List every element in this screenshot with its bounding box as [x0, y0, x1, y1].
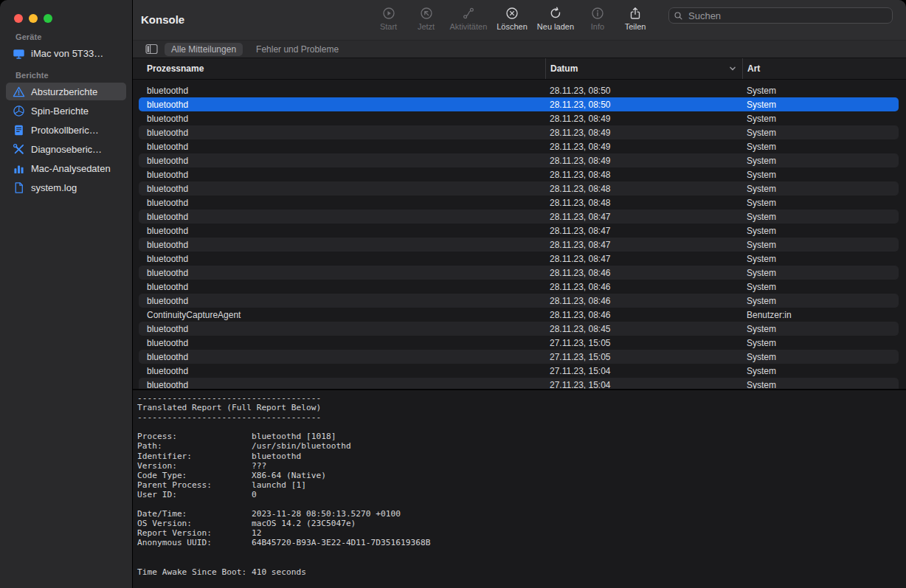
table-row[interactable]: bluetoothd 28.11.23, 08:49 System	[139, 153, 899, 167]
table-row[interactable]: bluetoothd 27.11.23, 15:05 System	[139, 350, 899, 364]
sidebar-item-absturzberichte[interactable]: Absturzberichte	[6, 83, 126, 100]
cell-date: 28.11.23, 08:46	[550, 282, 747, 292]
sidebar-item-mac-analysedaten[interactable]: Mac-Analysedaten	[6, 159, 126, 177]
toolbar-button-start[interactable]: Start	[375, 7, 403, 31]
table-row[interactable]: bluetoothd 28.11.23, 08:47 System	[139, 252, 899, 266]
cell-process: bluetoothd	[147, 324, 550, 334]
close-button[interactable]	[14, 14, 23, 23]
sidebar-item-imac-von-5t33[interactable]: iMac von 5T33…	[6, 44, 126, 62]
cell-date: 28.11.23, 08:48	[550, 198, 747, 208]
table-row[interactable]: bluetoothd 28.11.23, 08:46 System	[139, 294, 899, 308]
cell-kind: System	[747, 100, 899, 110]
table-row[interactable]: bluetoothd 28.11.23, 08:50 System	[139, 83, 899, 97]
bar-chart-icon	[13, 162, 25, 175]
cell-date: 28.11.23, 08:47	[550, 212, 747, 222]
warning-triangle-icon	[13, 86, 25, 98]
sidebar-section-berichte: Berichte Absturzberichte Spin-Berichte P…	[4, 71, 128, 196]
cell-process: bluetoothd	[147, 268, 550, 278]
cell-kind: System	[747, 114, 899, 124]
cell-kind: System	[747, 226, 899, 236]
table-row[interactable]: bluetoothd 28.11.23, 08:47 System	[139, 224, 899, 238]
cell-date: 28.11.23, 08:49	[550, 114, 747, 124]
chevron-down-icon	[728, 64, 737, 73]
sidebar-item-diagnoseberic[interactable]: Diagnoseberic…	[6, 140, 126, 158]
cell-process: bluetoothd	[147, 254, 550, 264]
cell-date: 28.11.23, 08:48	[550, 184, 747, 194]
tools-icon	[13, 143, 25, 156]
detail-pane: ------------------------------------- Tr…	[133, 389, 906, 588]
cell-kind: System	[747, 156, 899, 166]
cell-process: bluetoothd	[147, 170, 550, 180]
cell-date: 28.11.23, 08:47	[550, 254, 747, 264]
table-row[interactable]: bluetoothd 27.11.23, 15:04 System	[139, 378, 899, 389]
table-row[interactable]: bluetoothd 28.11.23, 08:48 System	[139, 196, 899, 210]
table-row[interactable]: bluetoothd 28.11.23, 08:48 System	[139, 181, 899, 196]
cell-process: bluetoothd	[147, 128, 550, 138]
cell-process: bluetoothd	[147, 198, 550, 208]
toolbar-button-teilen[interactable]: Teilen	[621, 7, 649, 31]
sidebar-item-label: system.log	[31, 182, 77, 193]
table-row[interactable]: bluetoothd 27.11.23, 15:04 System	[139, 364, 899, 378]
cell-kind: System	[747, 240, 899, 250]
toolbar-button-info[interactable]: Info	[584, 7, 612, 31]
cell-date: 28.11.23, 08:49	[550, 128, 747, 138]
cell-process: bluetoothd	[147, 296, 550, 306]
toolbar-button-aktivit-ten[interactable]: Aktivitäten	[450, 7, 488, 31]
table-row[interactable]: bluetoothd 28.11.23, 08:49 System	[139, 125, 899, 139]
traffic-lights	[14, 14, 52, 23]
cell-process: bluetoothd	[147, 114, 550, 124]
cell-kind: System	[747, 282, 899, 292]
table-row[interactable]: ContinuityCaptureAgent 28.11.23, 08:46 B…	[139, 308, 899, 322]
crash-report-text: ------------------------------------- Tr…	[133, 390, 906, 588]
sidebar-item-label: Diagnoseberic…	[31, 144, 102, 155]
cell-kind: System	[747, 338, 899, 348]
table-header: Prozessname Datum Art	[133, 58, 906, 80]
cell-date: 27.11.23, 15:05	[550, 352, 747, 362]
toolbar-button-l-schen[interactable]: Löschen	[497, 7, 528, 31]
column-header-art[interactable]: Art	[742, 58, 906, 79]
sidebar-section-ger-te: Geräte iMac von 5T33…	[4, 32, 128, 62]
filter-bar: Alle Mitteilungen Fehler und Probleme	[133, 40, 906, 58]
zoom-button[interactable]	[44, 14, 52, 23]
table-row[interactable]: bluetoothd 27.11.23, 15:05 System	[139, 336, 899, 350]
table-row[interactable]: bluetoothd 28.11.23, 08:49 System	[139, 139, 899, 153]
table-row[interactable]: bluetoothd 28.11.23, 08:46 System	[139, 280, 899, 294]
sidebar-toggle-icon[interactable]	[145, 44, 158, 55]
cell-kind: System	[747, 212, 899, 222]
toolbar-button-label: Neu laden	[537, 22, 574, 31]
toolbar-button-neu-laden[interactable]: Neu laden	[537, 7, 574, 31]
table-row[interactable]: bluetoothd 28.11.23, 08:50 System	[139, 97, 899, 111]
column-header-datum[interactable]: Datum	[545, 58, 742, 79]
sidebar-sections: Geräte iMac von 5T33… Berichte Absturzbe…	[0, 32, 132, 196]
search-field[interactable]	[668, 7, 893, 24]
filter-segment-errors[interactable]: Fehler und Probleme	[249, 43, 345, 56]
cell-process: bluetoothd	[147, 380, 550, 390]
cell-date: 28.11.23, 08:47	[550, 240, 747, 250]
reload-icon	[549, 7, 562, 20]
sidebar-item-system-log[interactable]: system.log	[6, 179, 126, 196]
minimize-button[interactable]	[29, 14, 38, 23]
cell-process: bluetoothd	[147, 184, 550, 194]
table-row[interactable]: bluetoothd 28.11.23, 08:49 System	[139, 111, 899, 125]
sidebar-item-protokollberic[interactable]: Protokollberic…	[6, 121, 126, 139]
main-content: Konsole Start Jetzt Aktivitäten Löschen …	[133, 0, 906, 588]
table-row[interactable]: bluetoothd 28.11.23, 08:47 System	[139, 238, 899, 252]
window-title: Konsole	[141, 13, 184, 26]
cell-kind: System	[747, 128, 899, 138]
cell-process: bluetoothd	[147, 142, 550, 152]
sidebar-item-spin-berichte[interactable]: Spin-Berichte	[6, 102, 126, 120]
cell-process: ContinuityCaptureAgent	[147, 310, 550, 320]
table-row[interactable]: bluetoothd 28.11.23, 08:47 System	[139, 210, 899, 224]
cell-kind: System	[747, 170, 899, 180]
table-row[interactable]: bluetoothd 28.11.23, 08:45 System	[139, 322, 899, 336]
toolbar-button-jetzt[interactable]: Jetzt	[412, 7, 440, 31]
search-input[interactable]	[687, 10, 888, 22]
cell-kind: System	[747, 184, 899, 194]
column-header-prozessname[interactable]: Prozessname	[133, 58, 545, 79]
cell-date: 28.11.23, 08:46	[550, 296, 747, 306]
file-icon	[13, 181, 25, 194]
sidebar-item-label: Protokollberic…	[31, 125, 99, 136]
table-row[interactable]: bluetoothd 28.11.23, 08:48 System	[139, 167, 899, 181]
filter-segment-all-messages[interactable]: Alle Mitteilungen	[165, 43, 243, 56]
table-row[interactable]: bluetoothd 28.11.23, 08:46 System	[139, 266, 899, 280]
